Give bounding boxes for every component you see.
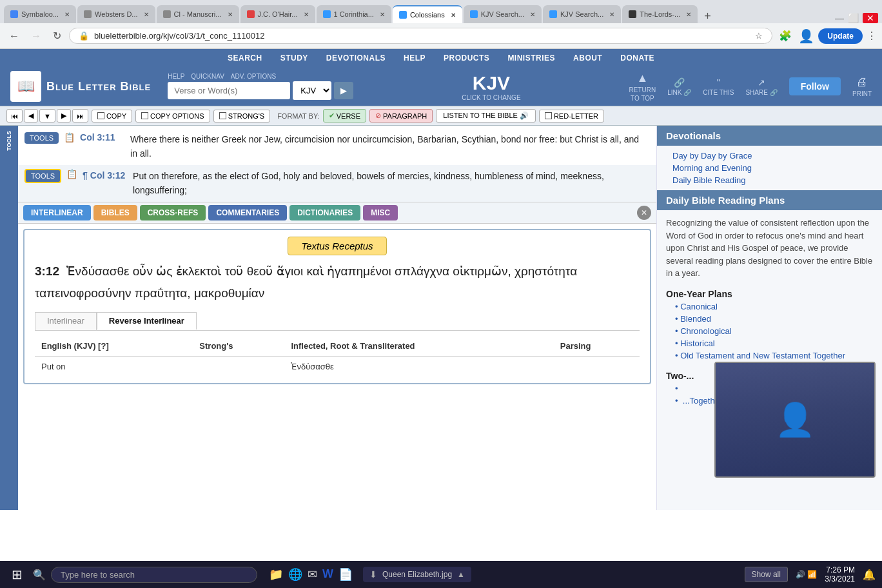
share-action[interactable]: ↗ SHARE 🔗 [745, 77, 777, 96]
taskbar-search-button[interactable]: 🔍 [33, 569, 46, 581]
tab-commentaries[interactable]: COMMENTARIES [208, 205, 287, 220]
show-all-button[interactable]: Show all [745, 567, 788, 582]
link-action[interactable]: 🔗 LINK 🔗 [667, 77, 691, 96]
tab-symbaloo[interactable]: Symbaloo... ✕ [4, 5, 76, 23]
devotional-item-1[interactable]: Day by Day by Grace [672, 151, 876, 161]
verse-format-button[interactable]: ✔ VERSE [323, 109, 366, 122]
listen-button[interactable]: LISTEN TO THE BIBLE 🔊 [436, 109, 536, 122]
tab-kjv2-close[interactable]: ✕ [609, 11, 614, 18]
nav-search[interactable]: SEARCH [228, 54, 262, 63]
tab-thelords[interactable]: The-Lords-... ✕ [622, 5, 698, 23]
taskbar-search-bar[interactable]: Type here to search [51, 567, 257, 583]
tab-1cor[interactable]: 1 Corinthia... ✕ [317, 5, 391, 23]
last-page-button[interactable]: ⏭ [72, 109, 88, 122]
nav-donate[interactable]: DONATE [620, 54, 654, 63]
tab-websters-close[interactable]: ✕ [144, 11, 149, 18]
refresh-button[interactable]: ↻ [49, 27, 65, 44]
tools-button-3-11[interactable]: TOOLS [24, 132, 59, 144]
forward-button[interactable]: → [27, 28, 45, 44]
tab-kjv1[interactable]: KJV Search... ✕ [464, 5, 542, 23]
strongs-checkbox [219, 112, 226, 119]
update-button[interactable]: Update [818, 28, 863, 44]
cite-action[interactable]: " CITE THIS [703, 77, 734, 96]
tab-cross-refs[interactable]: CROSS-REFS [140, 205, 206, 220]
maximize-button[interactable]: ⬜ [848, 13, 859, 23]
back-button[interactable]: ← [5, 28, 23, 44]
new-tab-button[interactable]: + [699, 10, 716, 23]
close-window-button[interactable]: ✕ [863, 13, 878, 23]
tab-bibles[interactable]: BIBLES [93, 205, 137, 220]
tab-manuscript-close[interactable]: ✕ [228, 11, 233, 18]
first-page-button[interactable]: ⏮ [6, 109, 23, 122]
version-select[interactable]: KJV [293, 81, 331, 100]
bookmark-icon[interactable]: ☆ [755, 31, 763, 41]
plan-historical[interactable]: • Historical [675, 338, 873, 348]
paragraph-format-button[interactable]: ⊘ PARAGRAPH [369, 109, 433, 122]
taskbar-mail-icon[interactable]: ✉ [308, 567, 317, 582]
download-chevron[interactable]: ▲ [457, 570, 465, 579]
nav-products[interactable]: PRODUCTS [444, 54, 489, 63]
next-page-button[interactable]: ▶ [57, 109, 71, 122]
tab-misc[interactable]: MISC [363, 205, 398, 220]
logo[interactable]: 📖 Blue Letter Bible [10, 71, 151, 102]
taskbar-pdf-icon[interactable]: 📄 [338, 567, 353, 582]
return-to-top-action[interactable]: ▲ RETURN TO TOP [629, 72, 656, 102]
tab-1cor-close[interactable]: ✕ [380, 11, 385, 18]
nav-study[interactable]: STUDY [280, 54, 308, 63]
nav-about[interactable]: ABOUT [573, 54, 602, 63]
devotional-item-2[interactable]: Morning and Evening [672, 163, 876, 173]
expand-button[interactable]: ▼ [39, 109, 55, 122]
prev-page-button[interactable]: ◀ [24, 109, 38, 122]
tab-websters[interactable]: Websters D... ✕ [77, 5, 155, 23]
nav-ministries[interactable]: MINISTRIES [507, 54, 555, 63]
profile-icon[interactable]: 👤 [798, 28, 814, 44]
kjv-display[interactable]: KJV CLICK TO CHANGE [360, 72, 622, 101]
tab-manuscript[interactable]: Cl - Manuscri... ✕ [157, 5, 239, 23]
plan-canonical[interactable]: • Canonical [675, 302, 873, 311]
red-letter-button[interactable]: RED-LETTER [539, 110, 604, 122]
interlinear-tab-reverse[interactable]: Reverse Interlinear [97, 312, 197, 330]
minimize-button[interactable]: — [835, 13, 844, 23]
start-button[interactable]: ⊞ [6, 564, 28, 585]
tab-colossians[interactable]: Colossians ✕ [393, 5, 462, 23]
devotional-item-3[interactable]: Daily Bible Reading [672, 175, 876, 185]
tab-kjv2[interactable]: KJV Search... ✕ [543, 5, 621, 23]
nav-help[interactable]: HELP [404, 54, 426, 63]
tab-interlinear[interactable]: INTERLINEAR [23, 205, 91, 220]
tab-thelords-close[interactable]: ✕ [686, 11, 691, 18]
plan-chronological[interactable]: • Chronological [675, 326, 873, 336]
taskbar-explorer-icon[interactable]: 📁 [269, 567, 283, 582]
plan-ot-nt[interactable]: • Old Testament and New Testament Togeth… [675, 351, 873, 360]
nav-devotionals[interactable]: DEVOTIONALS [326, 54, 386, 63]
taskbar-word-icon[interactable]: W [322, 567, 333, 582]
copy-button[interactable]: COPY [92, 110, 132, 122]
interlinear-table: English (KJV) [?] Strong's Inflected, Ro… [35, 336, 640, 377]
close-tabs-button[interactable]: ✕ [637, 206, 651, 220]
tools-button-3-12[interactable]: TOOLS [24, 169, 61, 183]
tab-colossians-close[interactable]: ✕ [451, 12, 456, 19]
copy-options-button[interactable]: COPY OPTIONS [135, 110, 210, 122]
taskbar-browser-icon[interactable]: 🌐 [288, 567, 302, 582]
share-label: SHARE 🔗 [745, 89, 777, 96]
search-input[interactable] [168, 82, 290, 99]
tab-dictionaries[interactable]: DICTIONARIES [289, 205, 360, 220]
tab-jcohair[interactable]: J.C. O'Hair... ✕ [240, 5, 315, 23]
copy-icon-3-12[interactable]: 📋 [66, 169, 77, 179]
tab-kjv1-close[interactable]: ✕ [530, 11, 535, 18]
extensions-icon[interactable]: 🧩 [776, 27, 794, 44]
follow-action[interactable]: Follow [789, 77, 841, 95]
menu-button[interactable]: ⋮ [867, 30, 877, 42]
copy-options-label: COPY OPTIONS [150, 112, 204, 120]
follow-button[interactable]: Follow [789, 77, 841, 95]
interlinear-tab-interlinear[interactable]: Interlinear [35, 312, 97, 330]
print-action[interactable]: 🖨 PRINT [852, 75, 872, 97]
plan-blended[interactable]: • Blended [675, 314, 873, 324]
address-bar[interactable]: 🔒 blueletterbible.org/kjv/col/3/1/t_conc… [69, 28, 772, 44]
copy-icon-3-11[interactable]: 📋 [64, 132, 75, 142]
strongs-button[interactable]: STRONG'S [213, 110, 271, 122]
notification-icon[interactable]: 🔔 [863, 569, 876, 581]
video-popup[interactable]: 👤 [714, 362, 876, 478]
tab-symbaloo-close[interactable]: ✕ [64, 11, 70, 18]
search-go-button[interactable]: ▶ [334, 82, 353, 99]
tab-jcohair-close[interactable]: ✕ [304, 11, 309, 18]
